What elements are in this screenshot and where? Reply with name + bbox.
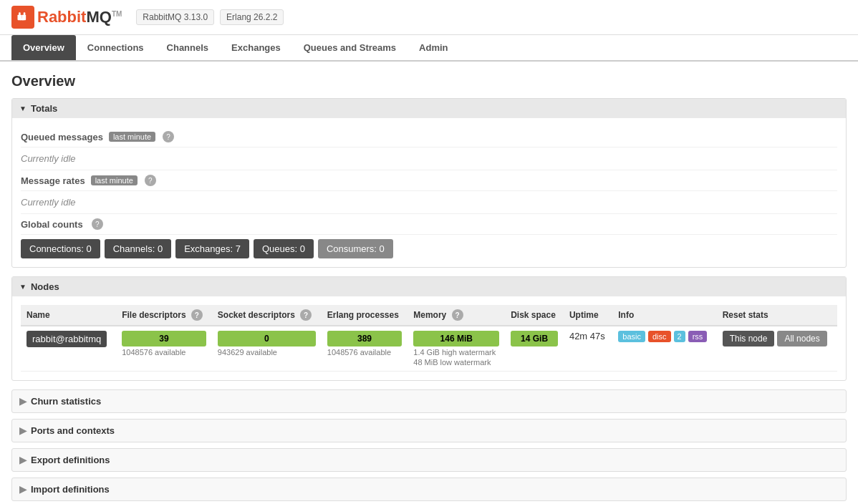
- th-file-descriptors: File descriptors ?: [116, 305, 212, 326]
- message-rates-status: Currently idle: [21, 195, 76, 209]
- reset-all-nodes-button[interactable]: All nodes: [777, 331, 826, 346]
- th-reset-stats: Reset stats: [717, 305, 837, 326]
- svg-rect-2: [20, 19, 24, 21]
- disk-space-bar: 14 GiB: [511, 331, 558, 346]
- header: RabbitMQTM RabbitMQ 3.13.0 Erlang 26.2.2: [0, 0, 858, 35]
- file-descriptors-available: 1048576 available: [122, 348, 206, 357]
- socket-descriptors-cell: 0 943629 available: [212, 326, 322, 372]
- totals-section-header[interactable]: ▼ Totals: [12, 99, 846, 118]
- nav-item-admin[interactable]: Admin: [408, 35, 459, 60]
- channels-count-btn[interactable]: Channels: 0: [105, 239, 171, 258]
- node-name-cell: rabbit@rabbitmq: [21, 326, 116, 372]
- nodes-section-label: Nodes: [31, 281, 59, 292]
- queued-messages-badge[interactable]: last minute: [109, 132, 155, 142]
- logo: RabbitMQTM: [11, 6, 122, 29]
- reset-stats-buttons: This node All nodes: [723, 331, 832, 346]
- queues-count-btn[interactable]: Queues: 0: [254, 239, 314, 258]
- message-rates-label: Message rates: [21, 175, 85, 186]
- message-rates-help-icon[interactable]: ?: [145, 175, 156, 186]
- th-uptime: Uptime: [564, 305, 612, 326]
- info-badge-num[interactable]: 2: [674, 331, 685, 342]
- nodes-section-header[interactable]: ▼ Nodes: [12, 277, 846, 296]
- exchanges-count-btn[interactable]: Exchanges: 7: [175, 239, 249, 258]
- logo-text: RabbitMQTM: [37, 8, 122, 26]
- nav-item-exchanges[interactable]: Exchanges: [220, 35, 292, 60]
- global-counts-row: Global counts ?: [21, 214, 837, 235]
- queued-messages-help-icon[interactable]: ?: [163, 131, 174, 142]
- memory-bar: 146 MiB: [413, 331, 499, 346]
- nodes-section: ▼ Nodes Name File descriptors ? Socket d…: [11, 276, 847, 381]
- info-badges: basic disc 2 rss: [618, 331, 710, 342]
- ports-and-contexts-label: Ports and contexts: [31, 425, 115, 436]
- nav-item-overview[interactable]: Overview: [11, 35, 76, 60]
- node-name-badge: rabbit@rabbitmq: [26, 331, 107, 347]
- file-descriptors-cell: 39 1048576 available: [116, 326, 212, 372]
- global-counts-buttons: Connections: 0 Channels: 0 Exchanges: 7 …: [21, 239, 837, 258]
- global-counts-help-icon[interactable]: ?: [92, 218, 103, 230]
- exchanges-value: 7: [236, 243, 241, 254]
- global-counts-label: Global counts: [21, 219, 83, 230]
- nav: Overview Connections Channels Exchanges …: [0, 35, 858, 62]
- th-disk-space: Disk space: [505, 305, 564, 326]
- reset-stats-cell: This node All nodes: [717, 326, 837, 372]
- export-definitions-arrow-icon: ▶: [19, 455, 26, 465]
- channels-value: 0: [158, 243, 163, 254]
- memory-help-icon[interactable]: ?: [452, 309, 463, 321]
- erlang-processes-cell: 389 1048576 available: [322, 326, 408, 372]
- totals-arrow-icon: ▼: [19, 105, 26, 112]
- file-descriptors-bar: 39: [122, 331, 206, 346]
- ports-and-contexts-arrow-icon: ▶: [19, 425, 26, 436]
- nav-item-queues-and-streams[interactable]: Queues and Streams: [292, 35, 408, 60]
- th-memory: Memory ?: [408, 305, 505, 326]
- socket-descriptors-bar: 0: [218, 331, 316, 346]
- queues-value: 0: [300, 243, 305, 254]
- svg-rect-4: [24, 12, 26, 15]
- consumers-count-btn[interactable]: Consumers: 0: [318, 239, 393, 258]
- erlang-version-badge: Erlang 26.2.2: [220, 9, 284, 25]
- connections-count-btn[interactable]: Connections: 0: [21, 239, 100, 258]
- uptime-cell: 42m 47s: [564, 326, 612, 372]
- reset-this-node-button[interactable]: This node: [723, 331, 775, 346]
- queued-messages-label: Queued messages: [21, 132, 103, 142]
- churn-statistics-header[interactable]: ▶ Churn statistics: [11, 389, 847, 413]
- churn-statistics-label: Churn statistics: [31, 396, 101, 407]
- th-name: Name: [21, 305, 116, 326]
- nav-item-channels[interactable]: Channels: [155, 35, 221, 60]
- churn-statistics-section: ▶ Churn statistics: [11, 389, 847, 413]
- message-rates-row: Message rates last minute ?: [21, 170, 837, 191]
- message-rates-status-row: Currently idle: [21, 191, 837, 214]
- socket-descriptors-help-icon[interactable]: ?: [300, 309, 312, 321]
- socket-descriptors-available: 943629 available: [218, 348, 316, 357]
- file-descriptors-help-icon[interactable]: ?: [191, 309, 203, 321]
- main-content: Overview ▼ Totals Queued messages last m…: [0, 62, 858, 504]
- ports-and-contexts-section: ▶ Ports and contexts: [11, 419, 847, 442]
- erlang-processes-available: 1048576 available: [327, 348, 402, 357]
- queued-messages-status: Currently idle: [21, 152, 76, 165]
- import-definitions-header[interactable]: ▶ Import definitions: [11, 478, 847, 501]
- queued-messages-status-row: Currently idle: [21, 147, 837, 170]
- import-definitions-arrow-icon: ▶: [19, 484, 26, 495]
- ports-and-contexts-header[interactable]: ▶ Ports and contexts: [11, 419, 847, 442]
- nav-item-connections[interactable]: Connections: [76, 35, 155, 60]
- totals-section: ▼ Totals Queued messages last minute ? C…: [11, 98, 847, 268]
- th-erlang-processes: Erlang processes: [322, 305, 408, 326]
- queued-messages-row: Queued messages last minute ?: [21, 127, 837, 147]
- nodes-arrow-icon: ▼: [19, 283, 26, 291]
- logo-tm: TM: [112, 10, 122, 18]
- svg-rect-3: [19, 12, 21, 15]
- info-badge-basic[interactable]: basic: [618, 331, 645, 342]
- memory-cell: 146 MiB 1.4 GiB high watermark 48 MiB lo…: [408, 326, 505, 372]
- export-definitions-label: Export definitions: [31, 455, 110, 465]
- memory-watermark: 1.4 GiB high watermark: [413, 348, 499, 357]
- nodes-section-body: Name File descriptors ? Socket descripto…: [12, 296, 846, 380]
- uptime-value: 42m 47s: [569, 331, 605, 341]
- export-definitions-header[interactable]: ▶ Export definitions: [11, 448, 847, 472]
- consumers-value: 0: [380, 243, 385, 254]
- disk-space-cell: 14 GiB: [505, 326, 564, 372]
- message-rates-badge[interactable]: last minute: [91, 175, 138, 185]
- th-socket-descriptors: Socket descriptors ?: [212, 305, 322, 326]
- info-badge-disc[interactable]: disc: [648, 331, 671, 342]
- churn-statistics-arrow-icon: ▶: [19, 396, 26, 407]
- page-title: Overview: [11, 73, 847, 89]
- info-badge-rss[interactable]: rss: [688, 331, 708, 342]
